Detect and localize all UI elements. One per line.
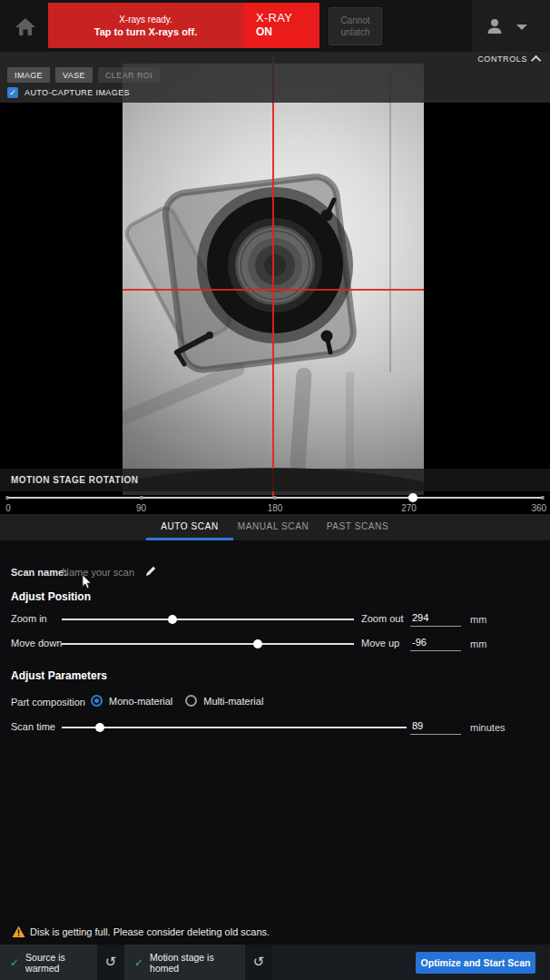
rotation-slider-handle[interactable] — [408, 493, 417, 502]
crosshair-vertical-line — [272, 56, 274, 499]
move-slider-handle[interactable] — [253, 639, 262, 648]
optimize-start-scan-button[interactable]: Optimize and Start Scan — [416, 952, 535, 974]
rotation-tick-label: 180 — [268, 503, 283, 513]
zoom-slider[interactable] — [62, 619, 354, 620]
auto-scan-panel: Scan name: Name your scan Adjust Positio… — [0, 540, 550, 945]
zoom-slider-row: Zoom in Zoom out mm — [0, 611, 550, 628]
move-value-input[interactable] — [410, 636, 461, 651]
warning-triangle-icon — [12, 926, 25, 938]
rotation-tick-0 — [6, 496, 9, 500]
rotation-tick-180 — [274, 496, 277, 500]
scan-time-slider-handle[interactable] — [95, 723, 104, 732]
clear-roi-button[interactable]: CLEAR ROI — [98, 67, 160, 83]
disk-warning-row: Disk is getting full. Please consider de… — [0, 925, 550, 943]
scan-name-input[interactable]: Name your scan — [62, 567, 134, 578]
adjust-position-heading: Adjust Position — [11, 590, 91, 603]
move-unit: mm — [470, 638, 486, 649]
xray-banner-line1: X-rays ready. — [119, 15, 172, 25]
rotation-label: MOTION STAGE ROTATION — [0, 469, 550, 491]
tab-auto-scan[interactable]: AUTO SCAN — [146, 514, 233, 540]
tab-past-scans[interactable]: PAST SCANS — [314, 514, 401, 540]
tab-manual-scan-setup[interactable]: MANUAL SCAN SETUP — [230, 514, 317, 540]
edit-pencil-icon — [144, 565, 157, 578]
xray-on-toggle[interactable]: X-RAY ON — [243, 3, 319, 48]
vase-button[interactable]: VASE — [55, 67, 93, 83]
caret-down-icon[interactable] — [516, 25, 527, 30]
auto-capture-label: AUTO-CAPTURE IMAGES — [25, 88, 130, 97]
check-icon: ✓ — [134, 956, 143, 969]
scan-time-input[interactable] — [410, 719, 461, 735]
image-button[interactable]: IMAGE — [7, 67, 50, 83]
unlatch-line2: unlatch — [340, 26, 369, 38]
chevron-up-icon — [531, 55, 541, 65]
motion-refresh-button[interactable]: ↺ — [245, 945, 272, 980]
rotation-tick-label: 270 — [401, 503, 417, 513]
multi-material-radio[interactable] — [185, 695, 197, 707]
motion-status-text: Motion stage is homed — [150, 952, 245, 974]
source-refresh-button[interactable]: ↺ — [97, 945, 124, 980]
part-composition-radio-group: Mono-material Multi-material — [91, 695, 263, 707]
roi-button-group: IMAGE VASE CLEAR ROI — [7, 67, 160, 83]
unlatch-line1: Cannot — [340, 15, 369, 26]
person-icon — [485, 16, 505, 36]
move-up-label: Move up — [361, 638, 399, 648]
motion-status-chip: ✓ Motion stage is homed — [124, 945, 245, 980]
zoom-value-input[interactable] — [410, 611, 461, 627]
radio-option-mono[interactable]: Mono-material — [91, 695, 172, 707]
part-composition-row: Part composition Mono-material Multi-mat… — [0, 695, 550, 711]
viewport-controls-overlay: CONTROLS IMAGE VASE CLEAR ROI ✓ AUTO-CAP… — [0, 52, 550, 103]
source-status-text: Source is warmed — [25, 952, 97, 974]
rotation-tick-label: 360 — [531, 503, 546, 513]
adjust-parameters-heading: Adjust Parameters — [11, 669, 107, 682]
part-composition-label: Part composition — [11, 697, 85, 708]
xray-toggle-state: ON — [256, 25, 319, 38]
rotation-header-strip: MOTION STAGE ROTATION — [0, 469, 550, 491]
rotation-tick-90 — [140, 496, 142, 500]
controls-label: CONTROLS — [477, 54, 527, 64]
edit-scan-name-button[interactable] — [144, 565, 157, 581]
mono-material-radio[interactable] — [91, 695, 103, 707]
scan-name-label: Scan name: — [11, 567, 67, 578]
move-slider-row: Move down Move up mm — [0, 636, 550, 652]
move-slider[interactable] — [62, 643, 354, 645]
rotation-tick-360 — [542, 496, 545, 500]
home-icon — [13, 14, 38, 39]
top-bar: X-rays ready. Tap to turn X-rays off. X-… — [0, 0, 550, 52]
user-menu-button[interactable] — [485, 16, 505, 36]
zoom-out-label: Zoom out — [361, 613, 403, 624]
mouse-cursor — [82, 574, 93, 593]
xray-banner-line2: Tap to turn X-rays off. — [94, 26, 197, 37]
auto-capture-row[interactable]: ✓ AUTO-CAPTURE IMAGES — [7, 87, 130, 98]
multi-material-label: Multi-material — [203, 696, 263, 707]
scan-tab-bar: AUTO SCAN MANUAL SCAN SETUP PAST SCANS — [0, 514, 550, 540]
home-button[interactable] — [13, 14, 38, 39]
rotation-tick-label: 0 — [5, 503, 11, 513]
check-icon: ✓ — [10, 956, 19, 969]
source-status-chip: ✓ Source is warmed — [0, 945, 97, 980]
move-down-label: Move down — [11, 638, 62, 648]
bottom-status-bar: ✓ Source is warmed ↺ ✓ Motion stage is h… — [0, 945, 550, 980]
xray-toggle-label: X-RAY — [256, 11, 319, 25]
refresh-icon: ↺ — [253, 954, 265, 969]
rotation-tick-label: 90 — [136, 503, 146, 513]
scan-name-row: Scan name: Name your scan — [0, 565, 550, 581]
top-bar-right-section — [472, 0, 550, 52]
rotation-tick-labels: 0 90 180 270 360 — [7, 503, 543, 514]
zoom-slider-handle[interactable] — [168, 615, 177, 624]
cannot-unlatch-button[interactable]: Cannot unlatch — [329, 7, 382, 45]
mono-material-label: Mono-material — [109, 696, 172, 707]
controls-collapse-toggle[interactable]: CONTROLS — [477, 53, 541, 65]
scan-time-slider[interactable] — [62, 727, 407, 728]
auto-capture-checkbox[interactable]: ✓ — [7, 87, 18, 98]
xray-status-banner[interactable]: X-rays ready. Tap to turn X-rays off. — [48, 3, 243, 48]
scan-time-label: Scan time — [11, 721, 55, 732]
rotation-slider[interactable] — [7, 495, 543, 500]
scan-time-unit: minutes — [470, 722, 506, 733]
refresh-icon: ↺ — [105, 954, 117, 969]
disk-warning-text: Disk is getting full. Please consider de… — [30, 926, 270, 937]
xray-viewport[interactable]: CONTROLS IMAGE VASE CLEAR ROI ✓ AUTO-CAP… — [0, 52, 550, 514]
crosshair-horizontal-line — [123, 289, 424, 291]
zoom-unit: mm — [470, 614, 486, 625]
xray-scan-app: X-rays ready. Tap to turn X-rays off. X-… — [0, 0, 550, 980]
radio-option-multi[interactable]: Multi-material — [185, 695, 263, 707]
